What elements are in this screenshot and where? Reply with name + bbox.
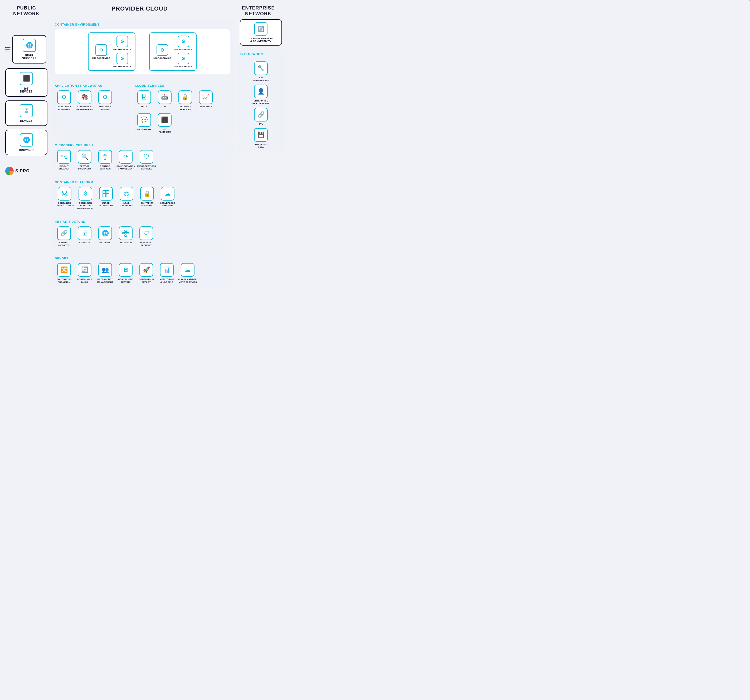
item-security-services: 🔒 SECURITYSERVICES (176, 91, 195, 111)
iot-platform-icon: ⬛ (158, 113, 172, 127)
load-balancing-label: LOADBALANCING (120, 202, 133, 208)
logo-area: S·PRO (5, 159, 48, 175)
integration-title: INTEGRATION (240, 52, 281, 55)
microservices-services-icon: 🛡 (140, 150, 154, 164)
ms-label-6: MICROSERVICE (174, 65, 192, 68)
continuous-deploy-icon: 🚀 (140, 263, 153, 277)
analytics-label: ANALYTICS (200, 105, 212, 108)
ms-group-2: ⚙ MICROSERVICE ⚙ MICROSERVICE ⚙ (149, 32, 197, 71)
item-config-management: ⟳ CONFIGURATIONMANAGEMENT (117, 150, 135, 171)
microservices-services-label: MICROSERVICESSERVICES (137, 165, 156, 171)
container-environment: CONTAINER ENVIRONMENT ⚙ MICROSERVICE ⚙ (51, 19, 234, 78)
continuous-build-label: CONTINUOUSBUILD (77, 278, 92, 283)
microservices-mesh-items: CIRCUITBREAKER 🔍 SERVICEDISCOVERY (55, 150, 230, 171)
enterprise-data-icon: 💾 (254, 128, 268, 142)
circuit-breaker-label: CIRCUITBREAKER (58, 165, 69, 171)
ms-top-right: ⚙ MICROSERVICE (113, 35, 131, 51)
infrastr-security-label: INFRASTR.SECURITY (140, 242, 152, 247)
svg-rect-0 (61, 155, 63, 157)
item-container-orchestration: CONTAINERORCHESTRATION (55, 187, 74, 208)
ms-icon-3: ⚙ (117, 53, 128, 64)
item-analytics: 📈 ANALYTICS (197, 91, 215, 108)
data-icon: 🗄 (137, 91, 151, 104)
item-continuous-deploy: 🚀 CONTINUOUSDEPLOY (137, 263, 155, 283)
svg-line-14 (63, 194, 64, 195)
ms-right: ⚙ MICROSERVICE ⚙ MICROSERVICE (113, 35, 131, 68)
infrastructure-items: 🔗 VIRTUALINFRASTR. 🗄 STORAGE 🌐 NETWORK (55, 226, 230, 247)
browser-box: 🌐 BROWSER (5, 130, 48, 155)
item-load-balancing: ⚖ LOADBALANCING (117, 187, 136, 208)
ms-group-1: ⚙ MICROSERVICE ⚙ MICROSERVICE ⚙ (88, 32, 135, 71)
center-column: CONTAINER ENVIRONMENT ⚙ MICROSERVICE ⚙ (51, 19, 234, 287)
ms-arrow: → (140, 49, 145, 55)
transformation-area: 🔄 TRANSFORMATION& CONNECTIVITY (240, 19, 284, 46)
cloud-services-section: CLOUD SERVICES 🗄 DATA 🤖 AI 🔒 SECURITY (135, 84, 230, 134)
enterprise-network-title: ENTERPRISENETWORK (232, 5, 284, 17)
transformation-label: TRANSFORMATION& CONNECTIVITY (249, 37, 272, 42)
etl-icon: 🔗 (254, 108, 268, 122)
provision-icon (119, 226, 132, 240)
ai-label: AI (164, 105, 166, 108)
config-management-label: CONFIGURATIONMANAGEMENT (117, 165, 135, 171)
item-enterprise-data: 💾 ENTERPRISEDATA (240, 128, 281, 149)
left-arrows: → → → (5, 47, 10, 51)
virtual-infrastr-icon: 🔗 (57, 226, 71, 240)
ms-icon-1: ⚙ (95, 44, 107, 56)
messaging-icon: 💬 (137, 113, 151, 127)
integration-area: INTEGRATION 🔧 APIMANAGEMENT 👤 ENTERPRISE… (237, 49, 284, 152)
continuous-provision-icon: 🔀 (57, 263, 71, 277)
microservice-area: ⚙ MICROSERVICE ⚙ MICROSERVICE ⚙ (55, 29, 230, 74)
ms-bottom-right-2: ⚙ MICROSERVICE (174, 53, 192, 68)
provider-cloud-title: PROVIDER CLOUD (48, 5, 232, 12)
svg-rect-20 (124, 230, 127, 231)
enterprise-data-label: ENTERPRISEDATA (254, 143, 268, 149)
container-orchestration-icon (58, 187, 71, 200)
continuous-deploy-label: CONTINUOUSDEPLOY (139, 278, 154, 283)
libraries-frameworks-label: LIBRARIES &FRAMEWORKS (77, 105, 93, 111)
analytics-icon: 📈 (199, 91, 213, 104)
continuous-build-icon: 🔄 (78, 263, 91, 277)
enterprise-user-dir-icon: 👤 (254, 85, 268, 98)
ai-icon: 🤖 (158, 91, 172, 104)
item-storage: 🗄 STORAGE (75, 226, 94, 244)
iot-devices-box: ⬛ IoTDEVICES (5, 68, 48, 97)
public-network-title: PUBLICNETWORK (5, 5, 48, 17)
item-enterprise-user-dir: 👤 ENTERPRISEUSER DIRECTORY (240, 85, 281, 105)
item-service-discovery: 🔍 SERVICEDISCOVERY (75, 150, 94, 171)
container-orchestration-label: CONTAINERORCHESTRATION (55, 202, 74, 208)
security-services-label: SECURITYSERVICES (180, 105, 191, 111)
logo-text: S·PRO (15, 169, 30, 174)
item-continuous-build: 🔄 CONTINUOUSBUILD (75, 263, 94, 283)
ms-row-2: ⚙ MICROSERVICE ⚙ MICROSERVICE ⚙ (154, 35, 192, 68)
item-etl: 🔗 ETL (240, 108, 281, 125)
container-platform-panel: CONTAINER PLATFORM (51, 177, 234, 214)
etl-label: ETL (259, 123, 263, 125)
main-layout: → → → 🌐 EDGESERVICES ⬛ IoTDEVICES (5, 19, 284, 287)
browser-label: BROWSER (19, 149, 34, 152)
item-network: 🌐 NETWORK (96, 226, 114, 244)
svg-rect-17 (106, 191, 109, 194)
edge-services-box: 🌐 EDGESERVICES (12, 35, 46, 63)
logo-icon (5, 167, 14, 175)
svg-rect-23 (124, 235, 127, 236)
monitoring-logging-icon: 📊 (160, 263, 174, 277)
service-discovery-icon: 🔍 (78, 150, 91, 164)
cluster-management-label: CONTAINERCLUSTERMANAGEMENT (77, 202, 93, 210)
devops-items: 🔀 CONTINUOUSPROVISION 🔄 CONTINUOUSBUILD … (55, 263, 230, 283)
infrastructure-panel: INFRASTRUCTURE 🔗 VIRTUALINFRASTR. 🗄 STOR… (51, 216, 234, 251)
ms-label-5: MICROSERVICE (174, 48, 192, 51)
svg-rect-16 (103, 191, 106, 194)
iot-label: IoTDEVICES (20, 87, 32, 93)
divider (132, 84, 132, 134)
ms-label-2: MICROSERVICE (113, 48, 131, 51)
routing-services-label: ROUTINGSERVICES (100, 165, 111, 171)
svg-rect-18 (103, 194, 106, 197)
svg-line-13 (65, 192, 66, 194)
ms-icon-6: ⚙ (178, 53, 189, 64)
network-icon: 🌐 (98, 226, 112, 240)
ms-icon-2: ⚙ (117, 35, 128, 47)
infrastructure-title: INFRASTRUCTURE (55, 220, 230, 223)
item-microservices-services: 🛡 MICROSERVICESSERVICES (137, 150, 156, 171)
provision-label: PROVISION (119, 242, 132, 244)
config-management-icon: ⟳ (119, 150, 132, 164)
